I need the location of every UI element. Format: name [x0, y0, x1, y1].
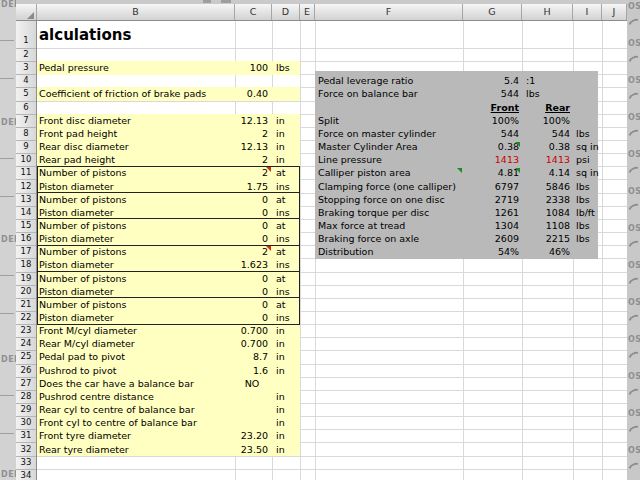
cell-f8[interactable]: Force on master cylinder [318, 127, 468, 140]
row-header-10[interactable]: 10 [16, 153, 36, 166]
cell-g4[interactable]: 5.4 [465, 74, 519, 87]
col-header-h[interactable]: H [522, 4, 573, 20]
cell-f12[interactable]: Clamping force (one calliper) [318, 180, 468, 193]
cell-d17[interactable]: at [276, 245, 299, 258]
cell-c19[interactable]: 0 [236, 272, 268, 285]
cell-c31[interactable]: 23.20 [236, 429, 268, 442]
col-header-i[interactable]: I [573, 4, 602, 20]
cell-b25[interactable]: Pedal pad to pivot [39, 350, 244, 363]
cell-d3[interactable]: lbs [276, 61, 299, 74]
cell-c10[interactable]: 2 [236, 153, 268, 166]
row-header-26[interactable]: 26 [16, 364, 36, 377]
row-header-33[interactable]: 33 [16, 456, 36, 469]
cell-d9[interactable]: in [276, 140, 299, 153]
row-header-8[interactable]: 8 [16, 127, 36, 140]
cell-d21[interactable]: at [276, 298, 299, 311]
cell-c24[interactable]: 0.700 [236, 337, 268, 350]
cell-d25[interactable]: in [276, 350, 299, 363]
cell-h8[interactable]: 544 [524, 127, 570, 140]
cell-c23[interactable]: 0.700 [236, 324, 268, 337]
cell-g17[interactable]: 54% [465, 245, 519, 258]
row-header-29[interactable]: 29 [16, 403, 36, 416]
cell-g13[interactable]: 2719 [465, 193, 519, 206]
cell-d24[interactable]: in [276, 337, 299, 350]
cell-b26[interactable]: Pushrod to pivot [39, 364, 244, 377]
row-header-12[interactable]: 12 [16, 180, 36, 193]
cell-i14[interactable]: lb/ft [576, 206, 602, 219]
row-header-27[interactable]: 27 [16, 377, 36, 390]
row-header-9[interactable]: 9 [16, 140, 36, 153]
row-header-13[interactable]: 13 [16, 193, 36, 206]
cell-f7[interactable]: Split [318, 114, 468, 127]
row-header-7[interactable]: 7 [16, 114, 36, 127]
cell-d31[interactable]: in [276, 429, 299, 442]
cell-b32[interactable]: Rear tyre diameter [39, 443, 244, 456]
cell-d28[interactable]: in [276, 390, 299, 403]
cell-g16[interactable]: 2609 [465, 232, 519, 245]
cell-b9[interactable]: Rear disc diameter [39, 140, 244, 153]
cell-c9[interactable]: 12.13 [236, 140, 268, 153]
cell-b29[interactable]: Rear cyl to centre of balance bar [39, 403, 244, 416]
cell-d7[interactable]: in [276, 114, 299, 127]
cell-c17[interactable]: 2 [236, 245, 268, 258]
cell-d16[interactable]: ins [276, 232, 299, 245]
cell-d26[interactable]: in [276, 364, 299, 377]
cell-i10[interactable]: psi [576, 153, 602, 166]
cell-d8[interactable]: in [276, 127, 299, 140]
row-header-1[interactable]: 1 [16, 33, 36, 48]
cell-i11[interactable]: sq in [576, 166, 602, 179]
cell-b20[interactable]: Piston diameter [39, 285, 244, 298]
cell-d22[interactable]: ins [276, 311, 299, 324]
col-header-d[interactable]: D [272, 4, 300, 20]
row-header-16[interactable]: 16 [16, 232, 36, 245]
cell-c15[interactable]: 0 [236, 219, 268, 232]
cell-h6[interactable]: Rear [524, 101, 570, 114]
cell-h4[interactable]: :1 [526, 74, 570, 87]
cell-g7[interactable]: 100% [465, 114, 519, 127]
col-header-b[interactable]: B [37, 4, 235, 20]
cell-c5[interactable]: 0.40 [236, 87, 268, 100]
col-header-c[interactable]: C [235, 4, 272, 20]
cell-b23[interactable]: Front M/cyl diameter [39, 324, 244, 337]
cell-b12[interactable]: Piston diameter [39, 180, 244, 193]
row-header-5[interactable]: 5 [16, 87, 36, 100]
cell-c14[interactable]: 0 [236, 206, 268, 219]
row-header-17[interactable]: 17 [16, 245, 36, 258]
cell-c11[interactable]: 2 [236, 166, 268, 179]
cell-d15[interactable]: at [276, 219, 299, 232]
row-header-24[interactable]: 24 [16, 337, 36, 350]
cell-h17[interactable]: 46% [524, 245, 570, 258]
cell-f10[interactable]: Line pressure [318, 153, 468, 166]
cell-b27[interactable]: Does the car have a balance bar [39, 377, 244, 390]
cell-d12[interactable]: ins [276, 180, 299, 193]
cell-f13[interactable]: Stopping force on one disc [318, 193, 468, 206]
cell-g6[interactable]: Front [465, 101, 519, 114]
row-header-25[interactable]: 25 [16, 350, 36, 363]
cell-i16[interactable]: lbs [576, 232, 602, 245]
cell-h16[interactable]: 2215 [524, 232, 570, 245]
select-all-corner[interactable] [16, 4, 37, 20]
cell-d23[interactable]: in [276, 324, 299, 337]
row-header-11[interactable]: 11 [16, 166, 36, 179]
cell-f4[interactable]: Pedal leverage ratio [318, 74, 468, 87]
cell-b22[interactable]: Piston diameter [39, 311, 244, 324]
row-header-23[interactable]: 23 [16, 324, 36, 337]
cell-c27[interactable]: NO [236, 377, 268, 390]
cell-c7[interactable]: 12.13 [236, 114, 268, 127]
row-header-6[interactable]: 6 [16, 101, 36, 114]
cell-b19[interactable]: Number of pistons [39, 272, 244, 285]
cell-b7[interactable]: Front disc diameter [39, 114, 244, 127]
cell-h7[interactable]: 100% [524, 114, 570, 127]
cell-d19[interactable]: at [276, 272, 299, 285]
cell-d32[interactable]: in [276, 443, 299, 456]
cell-g14[interactable]: 1261 [465, 206, 519, 219]
cell-g5[interactable]: 544 [465, 87, 519, 100]
cell-f15[interactable]: Max force at tread [318, 219, 468, 232]
cell-c12[interactable]: 1.75 [236, 180, 268, 193]
col-header-g[interactable]: G [463, 4, 522, 20]
cell-g8[interactable]: 544 [465, 127, 519, 140]
cell-c3[interactable]: 100 [236, 61, 268, 74]
cell-c8[interactable]: 2 [236, 127, 268, 140]
cell-c21[interactable]: 0 [236, 298, 268, 311]
cell-d20[interactable]: ins [276, 285, 299, 298]
